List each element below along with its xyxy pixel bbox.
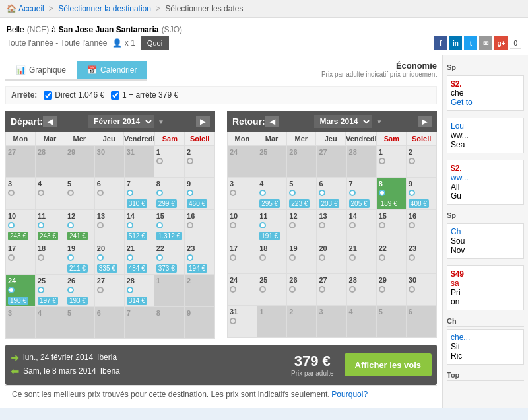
- table-row[interactable]: 19211 €: [65, 242, 95, 275]
- ad-1: $2. che Get to: [447, 75, 524, 111]
- table-row[interactable]: 22373 €: [154, 242, 185, 275]
- table-row[interactable]: 10243 €: [6, 210, 36, 242]
- price-tag: 512 €: [127, 232, 147, 240]
- table-row[interactable]: 12241 €: [65, 210, 95, 242]
- from-city: Belle: [7, 25, 24, 34]
- day-number: 9: [187, 309, 191, 317]
- right-top-title: Top: [447, 371, 524, 381]
- radio-dot: [379, 286, 385, 293]
- table-row[interactable]: 5223 €: [287, 178, 317, 210]
- day-number: 24: [8, 277, 16, 285]
- total-price: 379 €: [291, 353, 333, 370]
- table-row[interactable]: 25197 €: [36, 275, 65, 307]
- googleplus-icon[interactable]: g+: [494, 36, 508, 50]
- radio-dot: [409, 190, 415, 196]
- table-row[interactable]: 11243 €: [36, 210, 65, 242]
- table-row[interactable]: 6203 €: [317, 178, 346, 210]
- radio-dot: [409, 286, 415, 293]
- table-row[interactable]: 9460 €: [185, 178, 214, 210]
- quoi-button[interactable]: Quoi: [141, 36, 169, 50]
- table-row[interactable]: 20335 €: [95, 242, 125, 275]
- radio-dot: [127, 190, 133, 196]
- table-row[interactable]: 23194 €: [185, 242, 214, 275]
- tab-graphique[interactable]: 📊 Graphique: [5, 61, 77, 79]
- day-number: 17: [230, 244, 238, 252]
- radio-dot: [97, 254, 104, 261]
- retour-day-jeu: Jeu: [316, 132, 346, 145]
- table-row: 1: [257, 306, 287, 337]
- retour-month-select[interactable]: Mars 2014: [314, 115, 372, 128]
- table-row: 30: [407, 274, 436, 306]
- day-number: 31: [127, 148, 135, 156]
- retour-calendar: Retour: ◀ Mars 2014 ▼ ▶ Mon Mar Mer Jeu: [227, 111, 437, 339]
- facebook-icon[interactable]: f: [434, 36, 447, 50]
- table-row: 16: [185, 210, 214, 242]
- table-row[interactable]: 14512 €: [125, 210, 154, 242]
- day-number: 28: [349, 148, 357, 156]
- radio-dot: [8, 254, 15, 261]
- main-content: 📊 Graphique 📅 Calendrier Économie Prix p…: [0, 55, 528, 408]
- price-tag: 211 €: [67, 264, 88, 273]
- table-row[interactable]: 21484 €: [125, 242, 154, 275]
- table-row[interactable]: 7310 €: [125, 178, 154, 210]
- day-number: 26: [67, 277, 75, 285]
- tab-calendrier[interactable]: 📅 Calendrier: [77, 61, 147, 79]
- table-row: 29: [65, 146, 95, 178]
- radio-dot: [187, 158, 193, 164]
- linkedin-icon[interactable]: in: [449, 36, 462, 50]
- breadcrumb-home[interactable]: Accueil: [18, 4, 44, 13]
- table-row[interactable]: 9408 €: [407, 178, 436, 210]
- table-row: 31: [125, 146, 154, 178]
- table-row[interactable]: 26193 €: [65, 275, 95, 307]
- left-panel: 📊 Graphique 📅 Calendrier Économie Prix p…: [0, 55, 442, 408]
- radio-dot: [379, 158, 385, 164]
- day-number: 13: [97, 212, 105, 220]
- pourquoi-link[interactable]: Pourquoi?: [331, 390, 368, 399]
- depart-prev[interactable]: ◀: [43, 116, 57, 127]
- radio-dot: [349, 286, 356, 293]
- radio-dot: [230, 254, 236, 261]
- day-number: 19: [67, 244, 75, 252]
- table-row[interactable]: 24190 €: [6, 275, 36, 307]
- route-subtitle: Toute l'année - Toute l'année 👤 x 1 Quoi…: [7, 36, 521, 50]
- stop-checkbox[interactable]: [111, 91, 119, 100]
- radio-dot: [8, 222, 15, 228]
- table-row[interactable]: 7205 €: [347, 178, 377, 210]
- depart-header: Départ: ◀ Février 2014 ▼ ▶: [5, 111, 215, 132]
- radio-dot: [8, 287, 15, 293]
- direct-checkbox[interactable]: [44, 91, 52, 100]
- radio-dot: [97, 222, 104, 228]
- table-row[interactable]: 8189 €: [377, 178, 407, 210]
- day-number: 19: [289, 244, 297, 252]
- day-number: 6: [409, 308, 412, 316]
- table-row[interactable]: 28314 €: [125, 275, 154, 307]
- retour-next[interactable]: ▶: [418, 116, 432, 127]
- email-icon[interactable]: ✉: [479, 36, 492, 50]
- table-row: 2: [185, 275, 214, 307]
- day-number: 18: [259, 244, 267, 252]
- day-number: 4: [349, 308, 353, 316]
- day-number: 21: [127, 244, 135, 252]
- table-row: 17: [6, 242, 36, 275]
- table-row: 17: [228, 242, 257, 274]
- breadcrumb-step1[interactable]: Sélectionner la destination: [58, 4, 151, 13]
- ad-3: $2. ww... All Gu: [447, 160, 524, 205]
- day-number: 5: [67, 309, 71, 317]
- radio-dot: [67, 287, 74, 293]
- direct-filter[interactable]: Direct 1.046 €: [44, 90, 104, 100]
- table-row[interactable]: 4295 €: [257, 178, 287, 210]
- table-row[interactable]: 8299 €: [154, 178, 185, 210]
- retour-day-soleil: Soleil: [407, 132, 436, 145]
- table-row[interactable]: 151.312 €: [154, 210, 185, 242]
- afficher-button[interactable]: Afficher les vols: [345, 353, 432, 376]
- retour-prev[interactable]: ◀: [265, 116, 279, 127]
- calendar-separator: [219, 111, 223, 339]
- depart-next[interactable]: ▶: [196, 116, 210, 127]
- price-tag: 203 €: [319, 199, 339, 208]
- day-number: 30: [409, 276, 416, 284]
- table-row[interactable]: 11191 €: [257, 210, 287, 242]
- stop-filter[interactable]: 1 + arrête 379 €: [111, 90, 178, 100]
- twitter-icon[interactable]: t: [464, 36, 477, 50]
- depart-month-select[interactable]: Février 2014: [88, 115, 154, 128]
- radio-dot: [97, 190, 104, 196]
